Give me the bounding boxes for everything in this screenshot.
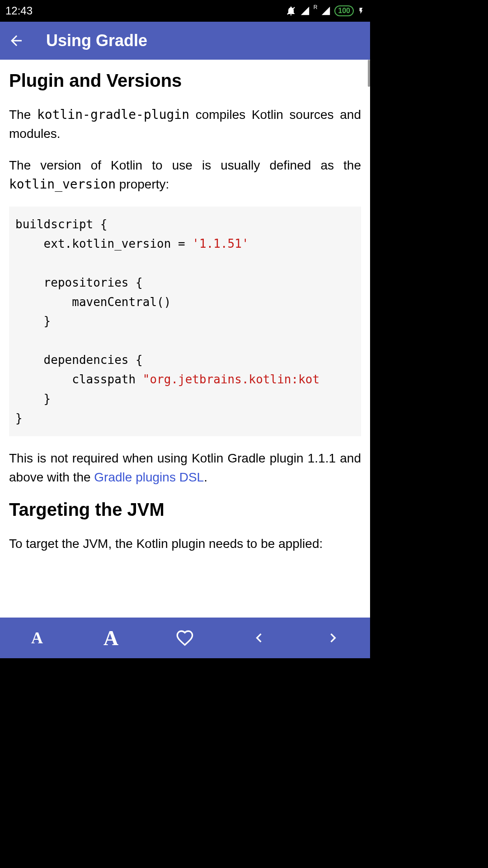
paragraph-1: The kotlin-gradle-plugin compiles Kotlin… <box>9 105 361 143</box>
paragraph-4: To target the JVM, the Kotlin plugin nee… <box>9 534 361 553</box>
code-block-buildscript[interactable]: buildscript { ext.kotlin_version = '1.1.… <box>9 207 361 436</box>
signal-r-indicator: R <box>314 4 318 10</box>
status-bar: 12:43 R 100 <box>0 0 370 22</box>
next-button[interactable] <box>319 624 347 651</box>
back-icon[interactable] <box>8 33 24 49</box>
charging-icon <box>357 5 365 16</box>
inline-code: kotlin_version <box>9 177 116 192</box>
font-decrease-button[interactable]: A <box>23 624 51 651</box>
favorite-button[interactable] <box>171 624 198 651</box>
battery-indicator: 100 <box>334 5 354 16</box>
previous-button[interactable] <box>245 624 272 651</box>
heading-targeting-jvm: Targeting the JVM <box>9 500 361 520</box>
gradle-plugins-dsl-link[interactable]: Gradle plugins DSL <box>94 470 204 484</box>
main-content[interactable]: Plugin and Versions The kotlin-gradle-pl… <box>0 60 370 618</box>
dnd-icon <box>286 5 296 16</box>
status-time: 12:43 <box>5 5 33 17</box>
scroll-indicator[interactable] <box>368 60 370 87</box>
status-icons: R 100 <box>286 5 365 16</box>
signal-icon <box>300 6 310 16</box>
paragraph-3: This is not required when using Kotlin G… <box>9 449 361 487</box>
bottom-toolbar: A A <box>0 618 370 658</box>
page-title: Using Gradle <box>46 31 147 50</box>
app-bar: Using Gradle <box>0 22 370 60</box>
inline-code: kotlin-gradle-plugin <box>37 107 189 122</box>
heading-plugin-versions: Plugin and Versions <box>9 71 361 91</box>
paragraph-2: The version of Kotlin to use is usually … <box>9 156 361 194</box>
font-increase-button[interactable]: A <box>98 624 125 651</box>
signal-icon-2 <box>321 6 331 16</box>
